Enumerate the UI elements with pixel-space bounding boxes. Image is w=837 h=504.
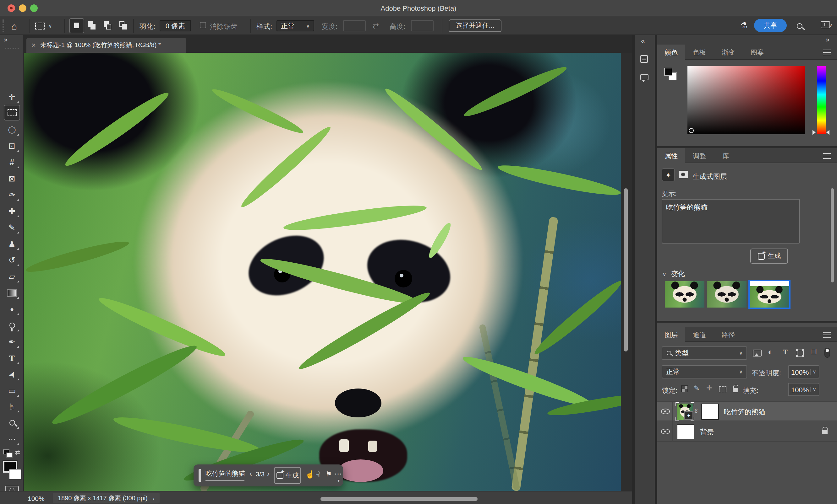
- tab-gradients[interactable]: 渐变: [714, 44, 743, 60]
- tool-blur[interactable]: ●: [4, 302, 20, 316]
- tool-gradient[interactable]: [4, 285, 20, 300]
- tool-dodge[interactable]: [4, 318, 20, 333]
- tab-properties[interactable]: 属性: [657, 148, 685, 163]
- tool-frame[interactable]: ⊠: [4, 171, 20, 186]
- color-field-cursor[interactable]: [689, 128, 694, 133]
- blend-mode-select[interactable]: 正常 ∨: [662, 365, 747, 378]
- more-options-icon[interactable]: ⋯: [334, 469, 342, 478]
- home-button[interactable]: ⌂: [11, 19, 17, 32]
- report-flag-icon[interactable]: ⚑: [325, 470, 332, 478]
- search-icon[interactable]: [797, 23, 802, 29]
- lock-artboard-icon[interactable]: [719, 386, 726, 392]
- zoom-window-button[interactable]: [30, 4, 38, 12]
- panel-scrollbar[interactable]: [831, 188, 834, 282]
- background-color-swatch[interactable]: [9, 469, 22, 480]
- lock-all-icon[interactable]: [733, 388, 738, 392]
- selection-mode-new[interactable]: [69, 18, 84, 33]
- beta-flask-icon[interactable]: ⚗: [740, 21, 747, 30]
- tab-channels[interactable]: 通道: [685, 327, 714, 342]
- collapse-panels-icon[interactable]: »: [826, 36, 828, 43]
- thumbs-up-icon[interactable]: ☝: [305, 470, 315, 479]
- lock-position-icon[interactable]: ✛: [706, 384, 712, 392]
- chevron-down-icon[interactable]: ∨: [829, 23, 833, 28]
- filter-smart-objects-icon[interactable]: ❏: [811, 348, 817, 356]
- swap-dimensions-icon[interactable]: ⇄: [373, 21, 379, 30]
- document-info[interactable]: 1890 像素 x 1417 像素 (300 ppi) ›: [53, 493, 160, 503]
- layer-filter-select[interactable]: 类型 ∨: [662, 347, 747, 360]
- prompt-textarea[interactable]: 吃竹笋的熊猫: [662, 199, 800, 244]
- layer-name[interactable]: 吃竹笋的熊猫: [724, 407, 765, 417]
- tool-rectangular-marquee[interactable]: [4, 105, 20, 120]
- variations-collapse-icon[interactable]: ∨: [662, 271, 666, 277]
- tool-type[interactable]: T: [4, 351, 20, 365]
- tool-move[interactable]: ✛: [4, 90, 20, 104]
- layer-mask-thumbnail[interactable]: [701, 404, 719, 420]
- toolbar-more-tools[interactable]: ⋯: [4, 432, 20, 446]
- close-window-button[interactable]: [7, 4, 15, 12]
- selection-mode-subtract[interactable]: [103, 21, 113, 31]
- tab-paths[interactable]: 路径: [714, 327, 743, 342]
- tool-pen[interactable]: ✒: [4, 335, 20, 349]
- tool-brush[interactable]: ✎: [4, 220, 20, 235]
- feather-input[interactable]: 0 像素: [160, 20, 191, 31]
- style-select[interactable]: 正常∨: [277, 20, 314, 31]
- next-variation-icon[interactable]: ›: [267, 469, 270, 478]
- panel-menu-icon[interactable]: [823, 153, 831, 159]
- previous-variation-icon[interactable]: ‹: [249, 469, 252, 478]
- filter-type-layers-icon[interactable]: T: [783, 348, 788, 355]
- collapsed-panel-history[interactable]: [640, 55, 648, 64]
- panel-menu-icon[interactable]: [823, 50, 831, 55]
- color-field[interactable]: [688, 66, 805, 134]
- tool-path-selection[interactable]: ➤: [4, 367, 20, 381]
- filter-adjustment-layers-icon[interactable]: ◐: [768, 347, 773, 356]
- hue-slider-marker[interactable]: [813, 130, 816, 135]
- opacity-input[interactable]: 100% ∨: [788, 365, 819, 378]
- lock-paint-icon[interactable]: ✎: [694, 384, 699, 392]
- tool-history-brush[interactable]: ↺: [4, 253, 20, 267]
- toolbar-grip[interactable]: [5, 48, 19, 50]
- filter-shape-layers-icon[interactable]: [797, 350, 804, 356]
- selection-mode-intersect[interactable]: [118, 21, 129, 31]
- collapse-toolbar-icon[interactable]: »: [4, 36, 6, 43]
- tool-crop[interactable]: #: [4, 155, 20, 169]
- horizontal-scrollbar[interactable]: [320, 497, 478, 501]
- layer-row-generative[interactable]: ✦ ∞ 吃竹笋的熊猫: [657, 401, 837, 421]
- expand-panels-icon[interactable]: «: [641, 37, 643, 44]
- fill-input[interactable]: 100% ∨: [788, 383, 819, 396]
- layer-thumbnail[interactable]: ✦: [677, 404, 693, 420]
- layer-visibility-icon[interactable]: [661, 429, 670, 434]
- task-bar-generate-button[interactable]: ✦ 生成: [274, 467, 301, 484]
- tab-swatches[interactable]: 色板: [685, 44, 714, 60]
- tool-rectangle-shape[interactable]: ▭: [4, 384, 20, 398]
- tab-adjustments[interactable]: 调整: [685, 148, 714, 163]
- options-bar-grip[interactable]: [2, 19, 4, 32]
- vertical-scrollbar[interactable]: [624, 188, 628, 352]
- tool-healing-brush[interactable]: ✚: [4, 204, 20, 219]
- tool-object-selection[interactable]: ⊡: [4, 139, 20, 153]
- tab-color[interactable]: 颜色: [657, 44, 685, 60]
- layer-row-background[interactable]: 背景: [657, 422, 837, 442]
- minimize-window-button[interactable]: [19, 4, 26, 12]
- tab-layers[interactable]: 图层: [657, 327, 685, 342]
- tool-zoom[interactable]: [4, 415, 20, 430]
- tool-hand[interactable]: ☞: [4, 399, 20, 414]
- task-bar-prompt-input[interactable]: 吃竹笋的熊猫: [206, 469, 245, 481]
- foreground-color-chip[interactable]: [664, 68, 672, 76]
- height-input[interactable]: [411, 20, 433, 31]
- filter-toggle[interactable]: [824, 348, 830, 358]
- tab-libraries[interactable]: 库: [714, 148, 738, 163]
- thumbs-down-icon[interactable]: ☟: [316, 470, 320, 479]
- tab-patterns[interactable]: 图案: [743, 44, 772, 60]
- zoom-level[interactable]: 100%: [28, 494, 44, 502]
- tool-clone-stamp[interactable]: ♟: [4, 237, 20, 251]
- panel-menu-icon[interactable]: [823, 332, 831, 338]
- lock-transparency-icon[interactable]: [681, 385, 688, 392]
- variation-thumbnail-1[interactable]: [665, 281, 705, 307]
- tool-eyedropper[interactable]: ✑: [4, 188, 20, 202]
- layer-name[interactable]: 背景: [700, 427, 714, 437]
- select-and-mask-button[interactable]: 选择并遮住...: [449, 19, 501, 32]
- tool-preset[interactable]: ∨: [35, 19, 52, 32]
- layer-visibility-icon[interactable]: [661, 409, 670, 414]
- variation-thumbnail-2[interactable]: [707, 281, 747, 307]
- hue-slider[interactable]: [817, 66, 826, 134]
